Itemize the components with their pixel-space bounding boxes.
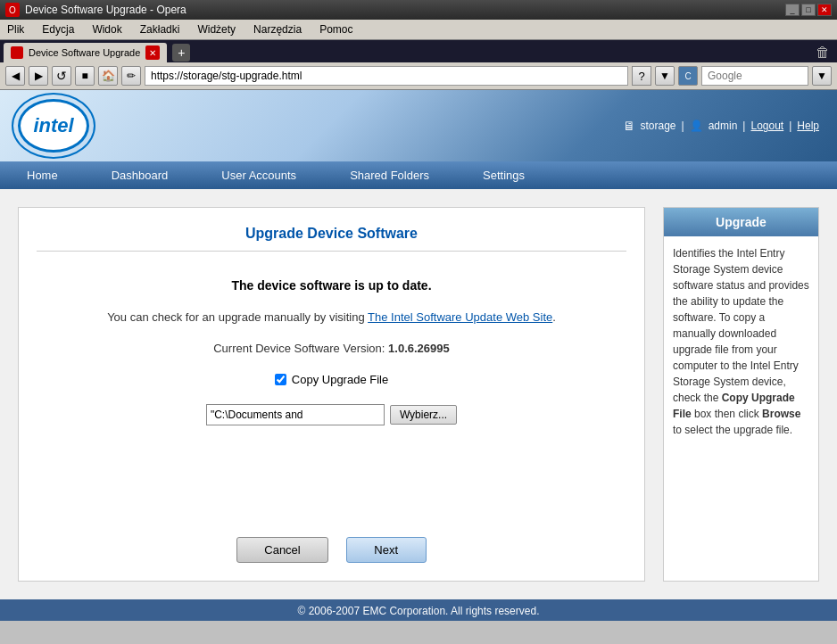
menu-bar: Plik Edycja Widok Zakładki Widżety Narzę… <box>0 20 837 40</box>
trash-icon: 🗑 <box>816 45 833 61</box>
logout-link[interactable]: Logout <box>750 120 783 132</box>
intel-logo: intel <box>18 99 89 153</box>
search-dropdown[interactable]: ▼ <box>812 66 832 86</box>
checkbox-row: Copy Upgrade File <box>275 373 388 386</box>
panel-title: Upgrade Device Software <box>37 226 626 252</box>
version-label: Current Device Software Version: <box>213 342 385 355</box>
back-button[interactable]: ◀ <box>5 66 25 86</box>
browser-title-bar: O Device Software Upgrade - Opera _ □ ✕ <box>0 0 837 20</box>
nav-user-accounts[interactable]: User Accounts <box>195 161 323 189</box>
update-site-link[interactable]: The Intel Software Update Web Site <box>368 310 552 324</box>
page-wrapper: intel 🖥 storage | 👤 admin | Logout | Hel… <box>0 90 837 621</box>
browser-icon: O <box>5 3 20 17</box>
sidebar-panel: Upgrade Identifies the Intel Entry Stora… <box>663 207 819 582</box>
browser-title-text: Device Software Upgrade - Opera <box>25 4 186 16</box>
content-panel: Upgrade Device Software The device softw… <box>18 207 645 582</box>
dropdown-button[interactable]: ▼ <box>655 66 675 86</box>
restore-btn[interactable]: □ <box>801 4 816 16</box>
reload-button[interactable]: ↺ <box>52 66 71 86</box>
button-row: Cancel Next <box>236 510 426 563</box>
nav-settings[interactable]: Settings <box>456 161 551 189</box>
menu-pomoc[interactable]: Pomoc <box>316 21 356 37</box>
cancel-button[interactable]: Cancel <box>236 537 327 563</box>
menu-plik[interactable]: Plik <box>4 21 28 37</box>
sidebar-content: Identifies the Intel Entry Storage Syste… <box>664 236 818 447</box>
menu-edycja[interactable]: Edycja <box>38 21 78 37</box>
header-right: 🖥 storage | 👤 admin | Logout | Help <box>623 119 819 133</box>
info-after: . <box>552 310 556 324</box>
sidebar-text: Identifies the Intel Entry Storage Syste… <box>673 247 809 436</box>
sidebar-title: Upgrade <box>664 208 818 236</box>
separator-2: | <box>742 120 745 132</box>
menu-widok[interactable]: Widok <box>88 21 125 37</box>
menu-widzety[interactable]: Widżety <box>194 21 239 37</box>
separator-1: | <box>682 120 684 132</box>
copy-upgrade-label: Copy Upgrade File <box>292 373 388 386</box>
help-icon[interactable]: ? <box>632 66 651 86</box>
footer-text: © 2006-2007 EMC Corporation. All rights … <box>298 605 540 617</box>
window-controls: _ □ ✕ <box>785 4 832 16</box>
close-btn[interactable]: ✕ <box>817 4 832 16</box>
page-footer: © 2006-2007 EMC Corporation. All rights … <box>0 599 837 621</box>
edit-button[interactable]: ✏ <box>121 66 141 86</box>
file-input-row: Wybierz... <box>206 404 457 425</box>
menu-zakladki[interactable]: Zakładki <box>137 21 184 37</box>
storage-icon: 🖥 <box>623 119 635 133</box>
nav-bar: Home Dashboard User Accounts Shared Fold… <box>0 161 837 189</box>
tab-label: Device Software Upgrade <box>29 47 140 58</box>
search-input[interactable] <box>701 66 808 86</box>
nav-shared-folders[interactable]: Shared Folders <box>323 161 456 189</box>
tab-favicon <box>11 46 23 59</box>
nav-home[interactable]: Home <box>0 161 85 189</box>
status-text: The device software is up to date. <box>231 278 431 293</box>
admin-label: admin <box>709 120 738 132</box>
info-text: You can check for an upgrade manually by… <box>107 310 556 324</box>
menu-narzedzia[interactable]: Narzędzia <box>250 21 305 37</box>
help-link[interactable]: Help <box>797 120 819 132</box>
tab-close-button[interactable]: ✕ <box>145 45 160 60</box>
intel-header: intel 🖥 storage | 👤 admin | Logout | Hel… <box>0 90 837 161</box>
home-button[interactable]: 🏠 <box>98 66 118 86</box>
nav-dashboard[interactable]: Dashboard <box>85 161 195 189</box>
search-icon: C <box>678 66 698 86</box>
new-tab-button[interactable]: + <box>172 44 190 62</box>
version-value: 1.0.6.26995 <box>388 342 450 355</box>
copy-upgrade-checkbox[interactable] <box>275 374 286 385</box>
stop-button[interactable]: ■ <box>75 66 95 86</box>
admin-icon: 👤 <box>690 120 703 132</box>
storage-label: storage <box>641 120 676 132</box>
address-input[interactable] <box>145 66 628 86</box>
forward-button[interactable]: ▶ <box>29 66 48 86</box>
browser-tab[interactable]: Device Software Upgrade ✕ <box>4 43 167 62</box>
info-before: You can check for an upgrade manually by… <box>107 310 368 324</box>
minimize-btn[interactable]: _ <box>785 4 800 16</box>
version-text: Current Device Software Version: 1.0.6.2… <box>213 342 450 355</box>
browse-button[interactable]: Wybierz... <box>390 405 457 425</box>
file-path-input[interactable] <box>206 404 385 425</box>
separator-3: | <box>789 120 791 132</box>
next-button[interactable]: Next <box>346 537 427 563</box>
main-content: Upgrade Device Software The device softw… <box>0 189 837 599</box>
address-bar: ◀ ▶ ↺ ■ 🏠 ✏ ? ▼ C ▼ <box>0 62 837 90</box>
tab-bar: Device Software Upgrade ✕ + 🗑 <box>0 40 837 62</box>
